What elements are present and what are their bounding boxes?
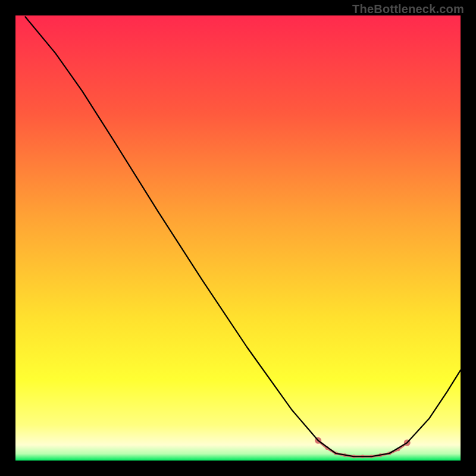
chart-stage: TheBottleneck.com — [0, 0, 476, 476]
watermark-text: TheBottleneck.com — [352, 2, 464, 16]
plot-background — [15, 15, 461, 461]
chart-svg — [0, 0, 476, 476]
